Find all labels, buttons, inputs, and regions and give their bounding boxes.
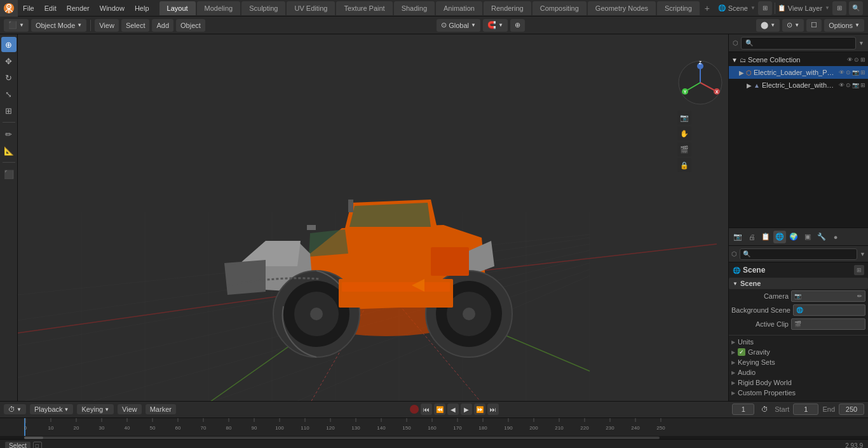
xray-btn[interactable]: ☐ (806, 19, 822, 32)
item-select-icon[interactable]: ⊙ (846, 69, 851, 76)
tab-layout[interactable]: Layout (159, 1, 196, 15)
menu-window[interactable]: Window (95, 0, 130, 17)
menu-render[interactable]: Render (62, 0, 95, 17)
rigid-body-world-section[interactable]: ▶ Rigid Body World (729, 377, 868, 388)
tab-uv-editing[interactable]: UV Editing (287, 1, 335, 15)
item-visibility-icon[interactable]: 👁 (839, 69, 844, 76)
viewport-add-menu[interactable]: Add (152, 19, 173, 32)
outliner-filter-btn[interactable]: ▼ (858, 40, 864, 46)
view-layer-selector[interactable]: 📋 View Layer ▼ (778, 4, 830, 12)
cursor-tool[interactable]: ⊕ (1, 37, 17, 52)
outliner-subitem-loader[interactable]: ▶ ▲ Electric_Loader_with_Pall 👁 ⊙ 📷 ⊞ (729, 79, 868, 92)
units-section[interactable]: ▶ Units (729, 337, 868, 347)
tab-shading[interactable]: Shading (394, 1, 435, 15)
props-search-input[interactable] (740, 248, 857, 260)
active-clip-field[interactable]: 🎬 (791, 318, 865, 330)
end-frame-field[interactable]: 250 (839, 404, 864, 415)
tab-add-button[interactable]: + (701, 2, 714, 15)
menu-file[interactable]: File (18, 0, 39, 17)
frame-time-toggle[interactable]: ⏱ (758, 403, 771, 416)
outliner-select-icon[interactable]: ⊙ (854, 57, 859, 63)
props-options-btn[interactable]: ⊞ (854, 265, 864, 275)
viewport-3d[interactable]: User Perspective (1) Scene Collection (18, 34, 728, 401)
tab-texture-paint[interactable]: Texture Paint (336, 1, 392, 15)
annotate-tool[interactable]: ✏ (1, 126, 17, 142)
camera-field[interactable]: 📷 ✏ (791, 290, 865, 302)
timeline-marker-btn[interactable]: Marker (146, 404, 176, 414)
subitem-camera-icon[interactable]: 📷 (852, 82, 859, 88)
pivot-point-btn[interactable]: ⊙Global▼ (437, 19, 480, 32)
measure-tool[interactable]: 📐 (1, 143, 17, 158)
timeline-editor-type[interactable]: ⏱▼ (4, 404, 26, 414)
subitem-visibility-icon[interactable]: 👁 (839, 82, 844, 88)
custom-properties-section[interactable]: ▶ Custom Properties (729, 388, 868, 398)
gravity-checkbox[interactable]: ✓ (738, 348, 745, 356)
timeline-ruler[interactable]: 0 10 20 30 40 50 60 70 80 90 1 (0, 418, 868, 439)
move-tool[interactable]: ✥ (1, 53, 17, 69)
props-view-layer-btn[interactable]: 📋 (759, 231, 772, 243)
play-btn[interactable]: ▶ (461, 404, 472, 415)
jump-start-btn[interactable]: ⏮ (421, 404, 432, 415)
timeline-keying-btn[interactable]: Keying▼ (77, 404, 114, 414)
view-layer-options[interactable]: ⊞ (832, 1, 846, 15)
tab-geometry-nodes[interactable]: Geometry Nodes (588, 1, 656, 15)
step-back-btn[interactable]: ⏪ (434, 404, 445, 415)
outliner-item-loader[interactable]: ▶ ⬡ Electric_Loader_with_Pallet_F 👁 ⊙ 📷 … (729, 66, 868, 79)
scale-tool[interactable]: ⤡ (1, 86, 17, 102)
transform-tool[interactable]: ⊞ (1, 103, 17, 118)
object-mode-btn[interactable]: Object Mode▼ (31, 19, 86, 32)
topbar-search[interactable]: 🔍 (849, 1, 863, 15)
props-render-btn[interactable]: 📷 (731, 231, 744, 243)
timeline-view-btn[interactable]: View (118, 404, 142, 414)
props-output-btn[interactable]: 🖨 (745, 231, 758, 243)
keying-sets-section[interactable]: ▶ Keying Sets (729, 357, 868, 367)
background-scene-field[interactable]: 🌐 (793, 304, 865, 316)
subitem-select-icon[interactable]: ⊙ (846, 82, 851, 88)
camera-view-btn[interactable]: 🎬 (677, 142, 691, 156)
viewport-view-menu[interactable]: View (95, 19, 119, 32)
options-btn[interactable]: Options▼ (824, 19, 864, 32)
tab-animation[interactable]: Animation (436, 1, 482, 15)
proportional-editing-btn[interactable]: ⊕ (510, 19, 525, 32)
step-forward-btn[interactable]: ⏩ (474, 404, 485, 415)
timeline-playback-btn[interactable]: Playback▼ (30, 404, 74, 414)
lock-camera-btn[interactable]: 🔒 (677, 158, 691, 172)
snap-btn[interactable]: 🧲▼ (483, 19, 508, 32)
add-cube-tool[interactable]: ⬛ (1, 166, 17, 182)
zoom-hand-btn[interactable]: ✋ (677, 126, 691, 140)
props-material-btn[interactable]: ● (829, 231, 842, 243)
jump-end-btn[interactable]: ⏭ (487, 404, 499, 415)
props-world-btn[interactable]: 🌍 (787, 231, 800, 243)
editor-type-btn[interactable]: ⬛▼ (4, 19, 29, 32)
gravity-section[interactable]: ▶ ✓ Gravity (729, 347, 868, 357)
start-frame-field[interactable]: 1 (793, 404, 818, 415)
subitem-hide-icon[interactable]: ⊞ (860, 82, 865, 88)
scene-selector[interactable]: 🌐 User Perspective Scene ▼ (718, 4, 756, 12)
viewport-shading-btn[interactable]: ⬤▼ (756, 19, 780, 32)
record-btn[interactable] (410, 405, 419, 414)
item-hide-icon[interactable]: ⊞ (860, 69, 865, 76)
play-reverse-btn[interactable]: ◀ (447, 404, 459, 415)
rotate-tool[interactable]: ↻ (1, 70, 17, 85)
props-scene-btn[interactable]: 🌐 (773, 231, 786, 243)
blender-logo[interactable] (0, 0, 18, 17)
outliner-search[interactable] (741, 37, 856, 50)
viewport-select-menu[interactable]: Select (121, 19, 150, 32)
overlay-btn[interactable]: ⊙▼ (782, 19, 804, 32)
tab-modeling[interactable]: Modeling (197, 1, 241, 15)
tab-sculpting[interactable]: Sculpting (241, 1, 285, 15)
viewport-canvas[interactable] (18, 34, 728, 401)
audio-section[interactable]: ▶ Audio (729, 367, 868, 377)
tab-scripting[interactable]: Scripting (657, 1, 700, 15)
zoom-camera-btn[interactable]: 📷 (677, 111, 691, 125)
outliner-visibility-icon[interactable]: 👁 (847, 57, 853, 63)
tab-compositing[interactable]: Compositing (532, 1, 587, 15)
scene-section-title[interactable]: ▼ Scene (729, 278, 868, 289)
viewport-object-menu[interactable]: Object (176, 19, 205, 32)
item-camera-icon[interactable]: 📷 (852, 69, 859, 76)
menu-edit[interactable]: Edit (39, 0, 62, 17)
props-object-btn[interactable]: ▣ (801, 231, 814, 243)
current-frame-field[interactable]: 1 (732, 404, 754, 415)
outliner-hide-icon[interactable]: ⊞ (860, 57, 865, 63)
menu-help[interactable]: Help (130, 0, 154, 17)
